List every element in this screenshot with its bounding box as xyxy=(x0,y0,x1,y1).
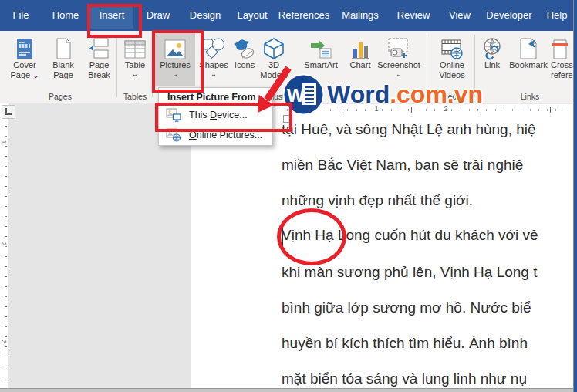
3d-models-icon xyxy=(262,32,285,60)
chart-icon xyxy=(349,32,371,60)
blank-page-button[interactable]: Blank Page xyxy=(46,32,81,91)
tab-insert[interactable]: Insert xyxy=(100,0,125,31)
vertical-ruler: 1 2 3 xyxy=(0,103,8,388)
chevron-down-icon: ⌄ xyxy=(211,70,217,77)
icons-button[interactable]: Icons xyxy=(231,32,258,91)
group-label-links: Links xyxy=(521,92,540,101)
tab-mailings[interactable]: Mailings xyxy=(342,0,379,31)
button-label: Icons xyxy=(235,60,255,70)
button-label: Blank xyxy=(52,60,74,70)
blank-page-icon xyxy=(54,32,73,60)
tab-layout[interactable]: Layout xyxy=(237,0,267,31)
document-line: mặt biển tỏa sáng và lung linh như nụ xyxy=(282,369,527,388)
chevron-down-icon: ⌄ xyxy=(172,70,178,77)
text-cursor xyxy=(282,221,283,246)
tab-home[interactable]: Home xyxy=(52,0,79,31)
page-break-icon xyxy=(89,32,110,60)
screenshot-icon xyxy=(387,32,410,60)
document-page[interactable]: tại Huê, và sông Nhật Lệ anh hùng, hiệ m… xyxy=(191,115,573,388)
watermark-logo: W Word.com.vn xyxy=(282,73,483,116)
vruler-number: 2 xyxy=(0,240,8,248)
insert-picture-dropdown: Insert Picture From This Device... Onlin… xyxy=(158,87,273,146)
document-line: Vịnh Hạ Long cuốn hút du khách với vẻ xyxy=(282,225,538,245)
button-label: Break xyxy=(88,70,110,80)
online-videos-icon xyxy=(440,32,464,60)
document-line: huyền bí kích thích tìm hiểu. Ánh bình xyxy=(282,333,528,353)
page-break-button[interactable]: Page Break xyxy=(82,32,116,91)
document-line: miền Bắc Việt Nam, bạn sẽ trải nghiệ xyxy=(282,155,523,175)
window-bottom-edge xyxy=(0,388,573,392)
pictures-icon xyxy=(164,32,187,60)
menu-item-this-device[interactable]: This Device... xyxy=(159,105,272,125)
document-line: tại Huê, và sông Nhật Lệ anh hùng, hiệ xyxy=(282,120,536,140)
indent-marker[interactable] xyxy=(283,115,292,123)
cross-reference-icon xyxy=(551,32,571,60)
group-divider xyxy=(116,35,117,97)
chevron-down-icon: ⌄ xyxy=(132,70,138,77)
this-device-icon xyxy=(166,108,183,122)
group-label-pages: Pages xyxy=(49,92,72,101)
button-label: Link xyxy=(484,60,500,70)
vruler-number: 3 xyxy=(0,338,8,346)
smartart-icon xyxy=(309,32,332,60)
watermark-text: Word.com.vn xyxy=(327,73,483,116)
cover-page-button[interactable]: Cover Page ⌄ xyxy=(5,32,45,91)
chevron-down-icon: ⌄ xyxy=(32,71,39,79)
online-pictures-icon xyxy=(166,128,183,142)
window-right-edge xyxy=(573,0,577,392)
tab-draw[interactable]: Draw xyxy=(147,0,170,31)
tab-developer[interactable]: Developer xyxy=(486,0,531,31)
button-label: SmartArt xyxy=(304,60,337,70)
tab-review[interactable]: Review xyxy=(397,0,430,31)
link-icon xyxy=(481,32,504,60)
document-line: khi màn sương phủ lên, Vịnh Hạ Long t xyxy=(282,262,538,282)
menu-item-label: This Device... xyxy=(189,110,248,120)
shapes-button[interactable]: Shapes ⌄ xyxy=(196,32,231,91)
tab-view[interactable]: View xyxy=(449,0,471,31)
group-divider xyxy=(152,35,153,97)
tab-design[interactable]: Design xyxy=(190,0,221,31)
tab-help[interactable]: Help xyxy=(547,0,568,31)
menu-item-label: Online Pictures... xyxy=(189,130,262,140)
button-label: 3D xyxy=(268,60,279,70)
dropdown-header: Insert Picture From xyxy=(159,88,272,105)
cover-page-icon xyxy=(15,32,35,60)
button-label: Chart xyxy=(350,60,371,70)
button-label: Cross- xyxy=(551,60,575,70)
icons-bird-icon xyxy=(233,32,256,60)
link-button[interactable]: Link xyxy=(479,32,505,91)
button-label: Cover xyxy=(13,60,35,70)
tab-stop-icon xyxy=(5,108,12,115)
button-label: Page xyxy=(53,70,73,80)
tab-selector[interactable] xyxy=(2,105,15,119)
group-label-tables: Tables xyxy=(123,92,147,101)
bookmark-icon xyxy=(518,32,538,60)
tab-file[interactable]: File xyxy=(13,0,29,31)
shapes-icon xyxy=(201,32,226,60)
tab-references[interactable]: References xyxy=(278,0,329,31)
vruler-number: 1 xyxy=(0,138,8,146)
button-label: Page ⌄ xyxy=(10,70,39,80)
pictures-button[interactable]: Pictures ⌄ xyxy=(155,32,195,86)
word-logo-icon: W xyxy=(282,73,325,116)
svg-text:W: W xyxy=(287,85,305,106)
menu-bar: File Home Insert Draw Design Layout Refe… xyxy=(0,0,577,31)
table-button[interactable]: Table ⌄ xyxy=(118,32,152,91)
document-line: bình giữa lớp sương mơ hồ. Nước biể xyxy=(282,298,531,318)
button-label: Bookmark xyxy=(509,60,548,70)
document-line: những vịnh đẹp nhất thế giới. xyxy=(282,191,473,211)
menu-item-online-pictures[interactable]: Online Pictures... xyxy=(159,125,272,145)
bookmark-button[interactable]: Bookmark xyxy=(505,32,552,91)
table-icon xyxy=(123,32,147,60)
button-label: Online xyxy=(440,60,464,70)
button-label: Page xyxy=(89,60,110,70)
